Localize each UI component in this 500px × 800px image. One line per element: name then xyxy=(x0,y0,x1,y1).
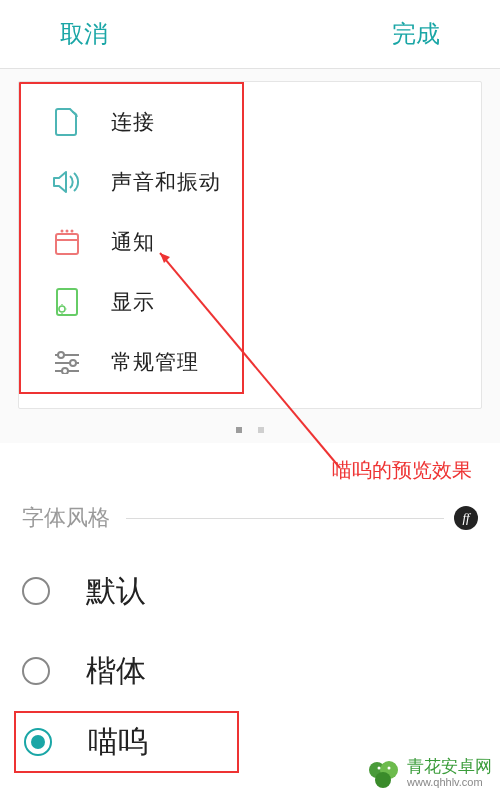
annotation-text: 喵呜的预览效果 xyxy=(332,457,472,484)
font-style-list: 默认 楷体 喵呜 xyxy=(0,543,500,773)
notification-icon xyxy=(51,226,83,258)
done-button[interactable]: 完成 xyxy=(392,18,440,50)
svg-point-2 xyxy=(66,230,69,233)
watermark: 青花安卓网 www.qhhlv.com xyxy=(367,756,492,790)
svg-rect-0 xyxy=(56,234,78,254)
sliders-icon xyxy=(51,346,83,378)
svg-point-3 xyxy=(71,230,74,233)
section-title: 字体风格 xyxy=(22,503,110,533)
annotation-box-bottom: 喵呜 xyxy=(14,711,239,773)
radio-unselected-icon xyxy=(22,577,50,605)
svg-point-16 xyxy=(62,368,68,374)
dot-active xyxy=(236,427,242,433)
menu-label: 通知 xyxy=(111,228,155,256)
menu-item-general[interactable]: 常规管理 xyxy=(19,332,481,392)
font-option-kaiti[interactable]: 楷体 xyxy=(22,631,478,711)
svg-point-1 xyxy=(61,230,64,233)
menu-item-display[interactable]: 显示 xyxy=(19,272,481,332)
page-indicator xyxy=(18,409,482,443)
font-manager-icon[interactable]: ff xyxy=(454,506,478,530)
menu-item-sound[interactable]: 声音和振动 xyxy=(19,152,481,212)
font-option-label: 默认 xyxy=(86,571,146,612)
sim-icon xyxy=(51,106,83,138)
svg-point-14 xyxy=(70,360,76,366)
font-option-default[interactable]: 默认 xyxy=(22,551,478,631)
menu-label: 常规管理 xyxy=(111,348,199,376)
font-option-label: 楷体 xyxy=(86,651,146,692)
svg-point-23 xyxy=(388,767,391,770)
radio-unselected-icon xyxy=(22,657,50,685)
svg-point-21 xyxy=(375,772,391,788)
menu-label: 声音和振动 xyxy=(111,168,221,196)
section-header: 字体风格 ff xyxy=(0,493,500,543)
svg-point-22 xyxy=(378,767,381,770)
svg-point-6 xyxy=(59,306,65,312)
annotation-layer: 喵呜的预览效果 xyxy=(0,443,500,493)
menu-label: 显示 xyxy=(111,288,155,316)
radio-selected-icon xyxy=(24,728,52,756)
header-bar: 取消 完成 xyxy=(0,0,500,68)
menu-label: 连接 xyxy=(111,108,155,136)
cancel-button[interactable]: 取消 xyxy=(60,18,108,50)
dot xyxy=(258,427,264,433)
font-option-label: 喵呜 xyxy=(88,722,148,763)
divider xyxy=(126,518,444,519)
watermark-url: www.qhhlv.com xyxy=(407,776,492,788)
watermark-brand: 青花安卓网 xyxy=(407,758,492,776)
display-icon xyxy=(51,286,83,318)
menu-item-connection[interactable]: 连接 xyxy=(19,92,481,152)
preview-section: 连接 声音和振动 通知 显示 常规管理 xyxy=(0,68,500,443)
font-option-miaowu[interactable]: 喵呜 xyxy=(24,722,148,763)
speaker-icon xyxy=(51,166,83,198)
watermark-logo-icon xyxy=(367,756,401,790)
menu-item-notification[interactable]: 通知 xyxy=(19,212,481,272)
preview-card: 连接 声音和振动 通知 显示 常规管理 xyxy=(18,81,482,409)
svg-point-12 xyxy=(58,352,64,358)
